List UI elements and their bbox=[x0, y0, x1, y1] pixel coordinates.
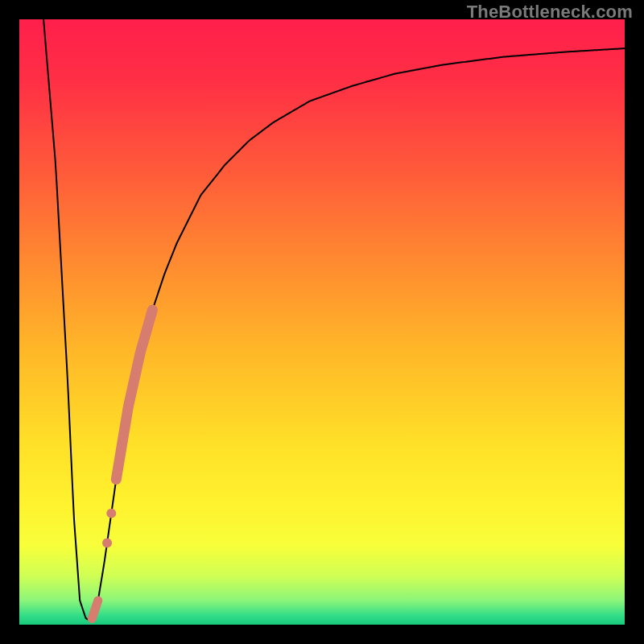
marker-dot bbox=[106, 509, 116, 518]
plot-background bbox=[19, 19, 625, 625]
marker-segment bbox=[92, 601, 98, 619]
bottleneck-plot bbox=[19, 19, 625, 625]
marker-dot bbox=[102, 538, 112, 547]
chart-frame: TheBottleneck.com bbox=[0, 0, 644, 644]
